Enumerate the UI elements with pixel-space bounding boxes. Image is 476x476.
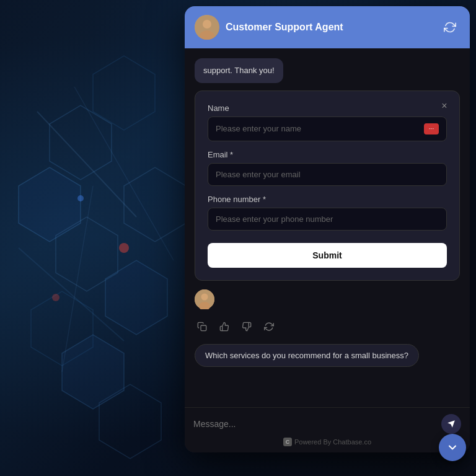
- copy-icon[interactable]: [195, 319, 209, 334]
- send-button[interactable]: [441, 414, 461, 434]
- name-form-group: Name Please enter your name ···: [208, 104, 447, 141]
- svg-point-13: [119, 243, 129, 253]
- message-input-row: [193, 414, 461, 434]
- header-refresh-icon[interactable]: [440, 17, 460, 37]
- name-label: Name: [208, 104, 447, 113]
- chat-panel: Customer Support Agent support. Thank yo…: [185, 6, 470, 452]
- name-input-display[interactable]: Please enter your name ···: [208, 117, 447, 141]
- contact-form-card: × Name Please enter your name ··· Email …: [195, 90, 460, 281]
- svg-point-20: [201, 293, 208, 300]
- partial-message-bubble: support. Thank you!: [195, 58, 283, 83]
- svg-point-14: [77, 195, 84, 201]
- powered-by-footer: C Powered By Chatbase.co: [193, 434, 461, 449]
- email-form-group: Email * Please enter your email: [208, 150, 447, 186]
- phone-input-display[interactable]: Please enter your phone number: [208, 208, 447, 231]
- float-down-button[interactable]: [439, 434, 466, 461]
- svg-line-10: [74, 87, 174, 260]
- powered-by-text: Powered By Chatbase.co: [294, 438, 371, 446]
- svg-marker-6: [62, 335, 124, 409]
- agent-avatar: [195, 15, 219, 40]
- form-close-button[interactable]: ×: [437, 99, 452, 113]
- svg-point-17: [203, 20, 211, 29]
- email-input-display[interactable]: Please enter your email: [208, 163, 447, 186]
- svg-marker-4: [105, 260, 167, 335]
- chatbase-logo: C: [283, 438, 292, 446]
- phone-label: Phone number *: [208, 195, 447, 204]
- message-action-icons: [195, 317, 460, 337]
- agent-name: Customer Support Agent: [226, 22, 434, 33]
- submit-button[interactable]: Submit: [208, 243, 447, 268]
- svg-marker-7: [124, 167, 186, 242]
- svg-marker-2: [19, 167, 81, 242]
- chat-body: support. Thank you! × Name Please enter …: [185, 48, 470, 407]
- agent-action-row: [195, 288, 460, 309]
- action-refresh-icon[interactable]: [262, 319, 276, 334]
- email-label: Email *: [208, 150, 447, 159]
- name-input-icon: ···: [424, 123, 439, 134]
- name-placeholder: Please enter your name: [216, 124, 301, 133]
- agent-mini-avatar: [195, 289, 214, 309]
- svg-point-15: [52, 294, 60, 301]
- svg-rect-22: [201, 325, 206, 331]
- phone-form-group: Phone number * Please enter your phone n…: [208, 195, 447, 231]
- email-placeholder: Please enter your email: [216, 170, 301, 179]
- thumbs-up-icon[interactable]: [217, 319, 232, 334]
- phone-placeholder: Please enter your phone number: [216, 214, 333, 224]
- suggestion-chip[interactable]: Which services do you recommend for a sm…: [195, 344, 419, 367]
- thumbs-down-icon[interactable]: [239, 319, 254, 334]
- svg-marker-0: [50, 105, 112, 180]
- chat-header: Customer Support Agent: [185, 6, 470, 48]
- message-input[interactable]: [193, 419, 435, 429]
- svg-marker-1: [93, 56, 155, 130]
- chat-footer: C Powered By Chatbase.co: [185, 407, 470, 452]
